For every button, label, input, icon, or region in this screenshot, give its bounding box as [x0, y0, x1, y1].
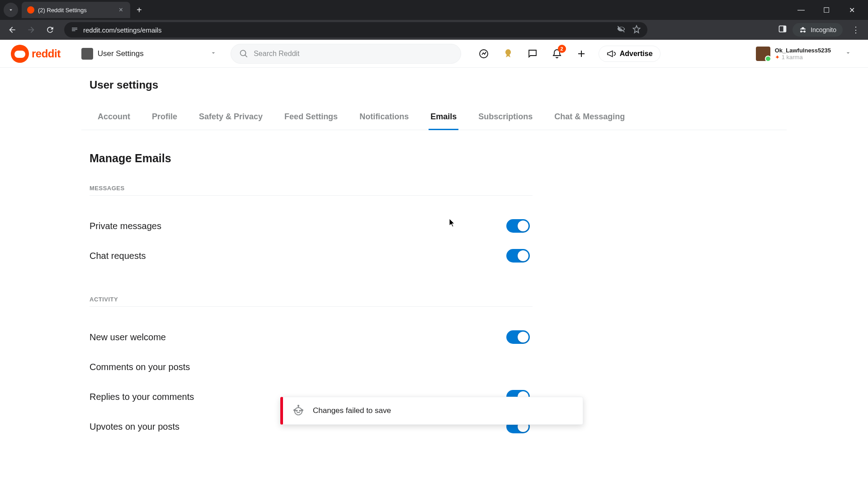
create-post-icon[interactable] [573, 46, 590, 62]
toggle-private-messages[interactable] [506, 219, 530, 233]
tab-account[interactable]: Account [96, 107, 132, 130]
notifications-icon[interactable]: 2 [549, 46, 565, 62]
tab-feed-settings[interactable]: Feed Settings [283, 107, 340, 130]
community-avatar [81, 48, 93, 60]
toggle-new-user-welcome[interactable] [506, 330, 530, 344]
close-window-button[interactable]: ✕ [844, 6, 860, 14]
svg-point-5 [299, 410, 300, 411]
chrome-menu-button[interactable]: ⋮ [848, 25, 863, 35]
search-input[interactable] [254, 50, 453, 58]
group-label-activity: Activity [90, 296, 533, 307]
site-info-icon[interactable] [71, 25, 79, 35]
address-bar[interactable]: reddit.com/settings/emails [64, 22, 647, 38]
search-box[interactable] [231, 44, 461, 64]
settings-tabs: Account Profile Safety & Privacy Feed Se… [81, 107, 787, 130]
tab-emails[interactable]: Emails [429, 107, 458, 130]
tab-subscriptions[interactable]: Subscriptions [476, 107, 534, 130]
reddit-mark-icon [11, 45, 29, 63]
side-panel-icon[interactable] [778, 24, 787, 35]
setting-label: Chat requests [90, 251, 146, 261]
popular-icon[interactable] [476, 46, 492, 62]
setting-label: New user welcome [90, 332, 166, 343]
close-tab-button[interactable]: × [117, 6, 125, 14]
tab-search-button[interactable] [4, 3, 18, 17]
svg-point-3 [295, 408, 302, 415]
community-dropdown[interactable]: User Settings [77, 45, 222, 62]
incognito-label: Incognito [811, 26, 836, 33]
window-controls: — ☐ ✕ [793, 6, 868, 14]
coins-icon[interactable] [500, 46, 516, 62]
new-tab-button[interactable]: + [130, 5, 148, 15]
user-avatar [756, 47, 770, 61]
reddit-sad-icon [292, 404, 305, 417]
toggle-chat-requests[interactable] [506, 249, 530, 263]
advertise-button[interactable]: Advertise [599, 46, 660, 62]
tab-bar: (2) Reddit Settings × + — ☐ ✕ [0, 0, 868, 20]
address-bar-row: reddit.com/settings/emails Incognito ⋮ [0, 20, 868, 40]
reddit-wordmark: reddit [32, 47, 61, 60]
svg-rect-1 [783, 26, 786, 32]
chevron-down-icon [844, 49, 852, 58]
setting-label: Replies to your comments [90, 392, 194, 402]
page-title: User settings [90, 79, 787, 91]
megaphone-icon [606, 49, 616, 59]
reload-button[interactable] [42, 22, 58, 38]
forward-button[interactable] [24, 22, 39, 38]
toast-message: Changes failed to save [313, 406, 391, 415]
tab-title: (2) Reddit Settings [38, 7, 87, 14]
setting-private-messages: Private messages [81, 211, 533, 241]
eye-off-icon[interactable] [617, 25, 626, 35]
section-title: Manage Emails [90, 152, 787, 165]
chat-icon[interactable] [524, 46, 541, 62]
user-name: Ok_Lawfulness5235 [775, 47, 831, 54]
user-karma: ✦ 1 karma [775, 54, 831, 61]
advertise-label: Advertise [620, 50, 653, 58]
reddit-logo[interactable]: reddit [11, 45, 61, 63]
setting-label: Upvotes on your posts [90, 422, 179, 432]
setting-comments-on-posts: Comments on your posts [81, 352, 533, 382]
community-label: User Settings [98, 49, 144, 58]
chevron-down-icon [210, 49, 217, 58]
reddit-favicon [27, 6, 34, 14]
setting-label: Comments on your posts [90, 362, 190, 372]
user-menu[interactable]: Ok_Lawfulness5235 ✦ 1 karma [750, 45, 857, 63]
error-toast: Changes failed to save [280, 397, 583, 425]
tab-chat-messaging[interactable]: Chat & Messaging [552, 107, 627, 130]
incognito-indicator[interactable]: Incognito [793, 23, 843, 37]
reddit-header: reddit User Settings 2 [0, 40, 868, 68]
tab-profile[interactable]: Profile [150, 107, 179, 130]
browser-tab[interactable]: (2) Reddit Settings × [22, 2, 130, 18]
tab-safety-privacy[interactable]: Safety & Privacy [197, 107, 264, 130]
back-button[interactable] [5, 22, 20, 38]
tab-notifications[interactable]: Notifications [358, 107, 410, 130]
browser-chrome: (2) Reddit Settings × + — ☐ ✕ reddit.com… [0, 0, 868, 40]
notification-badge: 2 [558, 45, 566, 53]
group-label-messages: Messages [90, 185, 533, 196]
minimize-button[interactable]: — [793, 6, 809, 14]
setting-label: Private messages [90, 221, 161, 231]
header-icons: 2 [476, 46, 590, 62]
svg-point-4 [296, 410, 297, 411]
search-icon [239, 49, 248, 59]
setting-chat-requests: Chat requests [81, 241, 533, 271]
maximize-button[interactable]: ☐ [818, 6, 835, 14]
bookmark-star-icon[interactable] [632, 25, 641, 35]
url-text: reddit.com/settings/emails [83, 26, 612, 34]
setting-new-user-welcome: New user welcome [81, 322, 533, 352]
svg-point-6 [298, 405, 299, 406]
karma-icon: ✦ [775, 54, 780, 61]
user-meta: Ok_Lawfulness5235 ✦ 1 karma [775, 47, 831, 61]
